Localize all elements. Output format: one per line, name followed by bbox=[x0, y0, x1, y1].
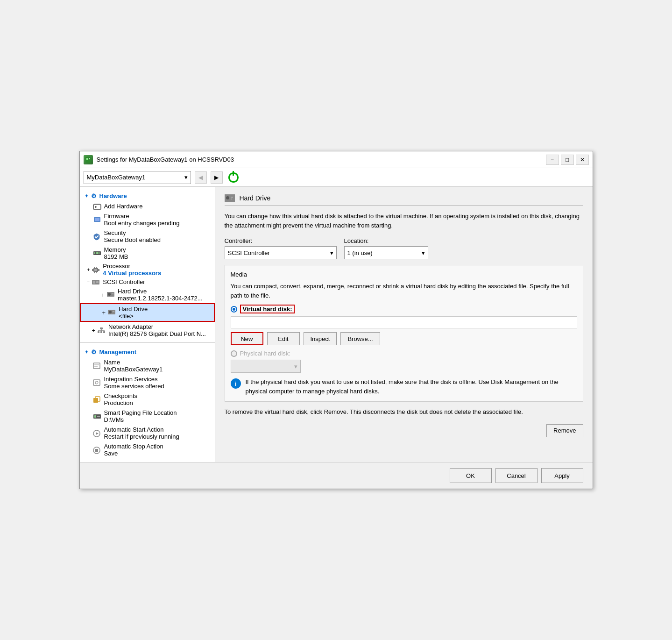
processor-icon bbox=[92, 266, 100, 273]
auto-start-label: Automatic Start Action bbox=[104, 426, 179, 433]
management-icon: ⚙ bbox=[91, 348, 97, 356]
sidebar-item-memory[interactable]: Memory 8192 MB bbox=[80, 245, 215, 262]
toolbar: MyDataBoxGateway1 ▾ ◀ ▶ bbox=[80, 168, 593, 187]
inspect-button[interactable]: Inspect bbox=[304, 332, 337, 345]
svg-rect-11 bbox=[96, 252, 97, 254]
svg-rect-50 bbox=[94, 415, 96, 418]
sidebar-item-add-hardware[interactable]: Add Hardware bbox=[80, 201, 215, 211]
sidebar-item-name[interactable]: Name MyDataBoxGateway1 bbox=[80, 357, 215, 374]
svg-rect-45 bbox=[93, 380, 100, 385]
svg-rect-28 bbox=[108, 293, 111, 296]
svg-rect-2 bbox=[89, 158, 90, 159]
firmware-icon bbox=[93, 216, 101, 223]
physical-hd-radio[interactable] bbox=[231, 350, 237, 357]
name-icon bbox=[93, 363, 101, 369]
cancel-button[interactable]: Cancel bbox=[495, 468, 538, 483]
svg-rect-32 bbox=[113, 311, 114, 312]
close-button[interactable]: ✕ bbox=[576, 155, 589, 165]
sidebar-item-processor[interactable]: + Processor bbox=[80, 262, 215, 277]
minimize-button[interactable]: − bbox=[546, 155, 559, 165]
controller-label: Controller: bbox=[225, 237, 337, 244]
edit-button[interactable]: Edit bbox=[267, 332, 300, 345]
power-icon bbox=[228, 172, 239, 183]
checkpoints-label: Checkpoints bbox=[104, 392, 138, 399]
svg-rect-35 bbox=[100, 331, 102, 333]
apply-button[interactable]: Apply bbox=[541, 468, 583, 483]
controller-value: SCSI Controller bbox=[228, 249, 270, 256]
sidebar-item-autostart[interactable]: Automatic Start Action Restart if previo… bbox=[80, 425, 215, 441]
integration-sub: Some services offered bbox=[104, 383, 164, 390]
location-select[interactable]: 1 (in use) ▾ bbox=[344, 246, 428, 259]
network-expand-icon: + bbox=[92, 327, 96, 334]
vm-selector[interactable]: MyDataBoxGateway1 ▾ bbox=[84, 171, 191, 184]
detail-header-icon bbox=[225, 194, 235, 202]
physical-disk-dropdown-icon: ▾ bbox=[294, 363, 297, 370]
svg-rect-15 bbox=[94, 269, 97, 271]
back-button[interactable]: ◀ bbox=[195, 171, 207, 184]
remove-description: To remove the virtual hard disk, click R… bbox=[225, 407, 583, 417]
management-section-label: Management bbox=[99, 348, 136, 356]
window-controls: − □ ✕ bbox=[546, 155, 589, 165]
svg-rect-33 bbox=[100, 327, 103, 329]
location-value: 1 (in use) bbox=[347, 249, 373, 256]
controller-select[interactable]: SCSI Controller ▾ bbox=[225, 246, 337, 259]
detail-description: You can change how this virtual hard dis… bbox=[225, 212, 583, 230]
remove-button[interactable]: Remove bbox=[546, 424, 583, 437]
virtual-hd-radio[interactable] bbox=[231, 306, 237, 313]
auto-stop-sub: Save bbox=[104, 450, 163, 457]
hd1-expand-icon: + bbox=[101, 292, 105, 299]
sidebar-item-security[interactable]: Security Secure Boot enabled bbox=[80, 228, 215, 245]
sidebar-item-scsi[interactable]: − SCSI Controller bbox=[80, 277, 215, 286]
svg-rect-36 bbox=[103, 331, 105, 333]
auto-stop-label: Automatic Stop Action bbox=[104, 443, 163, 450]
auto-stop-icon bbox=[93, 447, 101, 453]
detail-title: Hard Drive bbox=[240, 194, 271, 202]
hd1-icon bbox=[106, 292, 115, 298]
maximize-button[interactable]: □ bbox=[561, 155, 574, 165]
forward-button[interactable]: ▶ bbox=[211, 171, 223, 184]
hd2-sub: <file> bbox=[119, 313, 148, 320]
integration-icon bbox=[93, 379, 101, 386]
sidebar-item-network[interactable]: + Network Adapter bbox=[80, 322, 215, 339]
physical-hd-radio-row: Physical hard disk: bbox=[231, 350, 577, 357]
ok-button[interactable]: OK bbox=[450, 468, 492, 483]
settings-window: Settings for MyDataBoxGateway1 on HCSSRV… bbox=[79, 151, 593, 489]
svg-rect-56 bbox=[226, 196, 229, 199]
sidebar-item-firmware[interactable]: Firmware Boot entry changes pending bbox=[80, 211, 215, 228]
controller-dropdown-icon: ▾ bbox=[330, 249, 333, 256]
hardware-section-header[interactable]: ✦ ⚙ Hardware bbox=[80, 191, 215, 201]
sidebar-item-smartpaging[interactable]: Smart Paging File Location D:\VMs bbox=[80, 408, 215, 425]
browse-button[interactable]: Browse... bbox=[340, 332, 380, 345]
add-hardware-icon bbox=[93, 203, 101, 210]
svg-rect-58 bbox=[231, 199, 232, 199]
management-expand-icon: ✦ bbox=[85, 349, 88, 355]
security-label: Security bbox=[104, 229, 161, 236]
scsi-icon bbox=[92, 279, 100, 285]
sidebar: ✦ ⚙ Hardware Add Hardware bbox=[80, 187, 215, 462]
auto-start-icon bbox=[93, 430, 101, 436]
vhd-path-input[interactable] bbox=[231, 316, 577, 328]
sidebar-item-checkpoints[interactable]: Checkpoints Production bbox=[80, 391, 215, 408]
info-text: If the physical hard disk you want to us… bbox=[246, 377, 577, 396]
svg-rect-26 bbox=[96, 281, 99, 283]
svg-rect-54 bbox=[95, 449, 98, 452]
checkpoints-sub: Production bbox=[104, 399, 138, 406]
network-label: Network Adapter bbox=[108, 323, 206, 330]
svg-rect-1 bbox=[86, 158, 88, 160]
hd1-label: Hard Drive bbox=[118, 288, 202, 295]
sidebar-item-autostop[interactable]: Automatic Stop Action Save bbox=[80, 441, 215, 458]
svg-rect-29 bbox=[112, 293, 113, 294]
virtual-hd-label: Virtual hard disk: bbox=[240, 305, 295, 313]
new-button[interactable]: New bbox=[231, 332, 263, 345]
hardware-expand-icon: ✦ bbox=[85, 193, 88, 199]
location-group: Location: 1 (in use) ▾ bbox=[344, 237, 428, 259]
management-section-header[interactable]: ✦ ⚙ Management bbox=[80, 347, 215, 357]
sidebar-item-integration[interactable]: Integration Services Some services offer… bbox=[80, 374, 215, 391]
physical-hd-label: Physical hard disk: bbox=[240, 350, 290, 357]
power-button[interactable] bbox=[226, 171, 241, 185]
sidebar-item-harddrive1[interactable]: + Hard Drive master.1.2.18252.1-304-2472… bbox=[80, 286, 215, 303]
svg-rect-6 bbox=[94, 204, 100, 205]
firmware-sub: Boot entry changes pending bbox=[104, 220, 180, 227]
add-hardware-label: Add Hardware bbox=[104, 203, 143, 210]
sidebar-item-harddrive2[interactable]: + Hard Drive <file> bbox=[80, 303, 215, 322]
